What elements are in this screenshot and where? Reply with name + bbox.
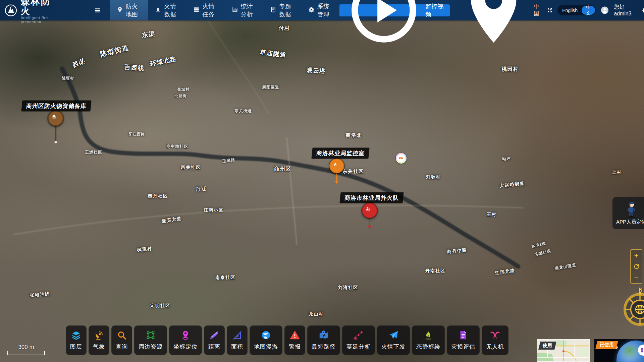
ranger-person-icon [625, 201, 638, 218]
tool-label: 周边资源 [139, 343, 163, 351]
place-label: 南秦社区 [215, 275, 235, 281]
weather-icon [94, 330, 104, 340]
scale-bar: 300 m [7, 344, 45, 355]
search-icon [117, 330, 127, 340]
earth-mode-tag: 已使用 [595, 341, 618, 349]
fire-data-icon [155, 6, 161, 14]
road-path [287, 137, 297, 245]
place-label: 定明社区 [150, 303, 170, 309]
nav-item-label: 专题数据 [279, 2, 294, 18]
header-right: 监控视频 中国 English 中文 您好 admin3 [339, 0, 644, 49]
tool-地图漫游[interactable]: 地图漫游 [250, 325, 282, 355]
compass[interactable]: N [621, 289, 644, 328]
place-label: 康阳隧道 [262, 84, 279, 90]
grid-icon [641, 347, 644, 353]
place-label: 西关社区 [181, 165, 201, 171]
tool-面积[interactable]: 面积 [227, 325, 248, 355]
place-label: 北新街 [175, 94, 187, 99]
topic-icon [270, 6, 276, 14]
forest-fire-logo-icon [5, 3, 17, 18]
tool-label: 态势标绘 [416, 343, 440, 351]
coord-pin-icon [180, 330, 191, 340]
place-label: 丹江 [195, 185, 207, 192]
country-selector[interactable]: 中国 [455, 0, 542, 49]
setsquare-icon [232, 330, 242, 340]
lang-english[interactable]: English [558, 8, 582, 13]
tool-坐标定位[interactable]: 坐标定位 [169, 325, 202, 355]
poi-marker[interactable] [362, 203, 377, 218]
tool-图层[interactable]: 图层 [66, 325, 87, 355]
tool-警报[interactable]: 警报 [284, 325, 305, 355]
marker-label: 商洛林业局监控室 [311, 148, 369, 159]
flame-draw-icon [423, 330, 433, 340]
poi-marker[interactable] [48, 111, 63, 126]
tool-距离[interactable]: 距离 [204, 325, 225, 355]
street-map-preview[interactable]: 使用 [537, 339, 590, 362]
app-logo: 森林防火 Intelligent fire prevention [5, 0, 60, 24]
doc-icon [458, 330, 468, 340]
nav-item-火情数据[interactable]: 火情数据 [148, 0, 186, 20]
place-label: 商洛北 [346, 132, 362, 138]
nav-item-火情任务[interactable]: 火情任务 [186, 0, 224, 20]
place-label: 付村 [279, 25, 290, 32]
place-label: 商中路社区 [167, 144, 189, 149]
nav-item-label: 火情数据 [164, 2, 179, 18]
reset-view-icon[interactable] [634, 263, 639, 269]
tool-label: 警报 [289, 343, 301, 351]
place-label: 百西线 [124, 63, 145, 72]
app-title: 森林防火 [21, 0, 60, 16]
place-label: 东关社区 [342, 169, 364, 175]
zoom-out-button[interactable]: − [634, 274, 638, 281]
marker-arrowhead [368, 226, 372, 229]
zoom-in-button[interactable]: + [634, 252, 638, 259]
tool-label: 查询 [116, 343, 128, 351]
tool-查询[interactable]: 查询 [111, 325, 132, 355]
nav-item-专题数据[interactable]: 专题数据 [263, 0, 301, 20]
place-label: 商州区 [274, 166, 291, 172]
scale-label: 300 m [7, 344, 45, 351]
tool-label: 火情下发 [381, 343, 406, 351]
app-personnel-locator-button[interactable]: APP人员定位 [612, 197, 644, 229]
satellite-map[interactable]: 东渠付村陈塬街道草庙隧道环城北路西渠百西线观云塔桃园村随塬村康阳隧道张城村北新街… [0, 0, 644, 362]
tool-态势标绘[interactable]: 态势标绘 [412, 325, 445, 355]
terrain-overlay [0, 0, 644, 362]
tool-最短路径[interactable]: 最短路径 [307, 325, 340, 355]
user-greeting: 您好 admin3 [614, 4, 637, 17]
tool-气象[interactable]: 气象 [89, 325, 109, 355]
tool-无人机[interactable]: 无人机 [482, 325, 508, 355]
nav-item-统计分析[interactable]: 统计分析 [225, 0, 263, 20]
place-label: 观云塔 [307, 66, 326, 75]
place-label: 桃园村 [502, 66, 519, 72]
tool-label: 蔓延分析 [346, 343, 371, 351]
monitor-video-button[interactable]: 监控视频 [339, 4, 449, 16]
camera-marker[interactable] [396, 153, 407, 164]
lang-chinese[interactable]: 中文 [582, 6, 595, 15]
location-icon [455, 0, 533, 49]
forest-fire-prevention-app: 东渠付村陈塬街道草庙隧道环城北路西渠百西线观云塔桃园村随塬村康阳隧道张城村北新街… [0, 0, 644, 362]
send-icon [388, 330, 398, 340]
avatar[interactable] [601, 5, 609, 15]
menu-icon[interactable] [94, 6, 101, 14]
tool-火情下发[interactable]: 火情下发 [377, 325, 410, 355]
nav-item-label: 统计分析 [241, 2, 256, 18]
poi-marker[interactable] [329, 159, 344, 173]
map-controls: + − [630, 249, 642, 284]
main-nav: 防火地图火情数据火情任务统计分析专题数据系统管理 [110, 0, 340, 20]
map-toolbar: 图层气象查询周边资源坐标定位距离面积地图漫游警报最短路径蔓延分析火情下发态势标绘… [66, 325, 508, 355]
settings-gear-icon[interactable] [642, 7, 644, 14]
spread-icon [354, 330, 364, 340]
tool-灾损评估[interactable]: 灾损评估 [447, 325, 480, 355]
tool-蔓延分析[interactable]: 蔓延分析 [342, 325, 375, 355]
fullscreen-icon[interactable] [547, 7, 552, 14]
chart-icon [232, 6, 238, 14]
language-toggle[interactable]: English 中文 [557, 5, 596, 15]
camera-glyph [397, 154, 405, 162]
ruler-icon [209, 330, 219, 340]
nav-item-系统管理[interactable]: 系统管理 [301, 0, 339, 20]
marker-arrowhead [335, 181, 339, 184]
place-label: 阳江西路 [129, 132, 145, 137]
earth-view-preview[interactable]: 已使用 [594, 339, 644, 362]
tool-label: 灾损评估 [451, 343, 475, 351]
nav-item-防火地图[interactable]: 防火地图 [110, 0, 148, 20]
tool-周边资源[interactable]: 周边资源 [134, 325, 167, 355]
